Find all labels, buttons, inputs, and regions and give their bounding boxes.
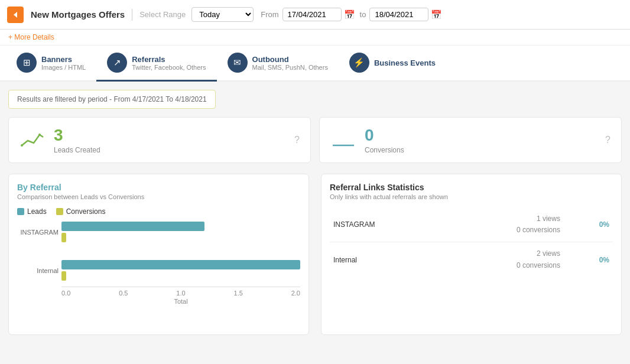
range-select[interactable]: Today Yesterday Last 7 days Custom [191, 7, 254, 22]
bottom-section: By Referral Comparison between Leads vs … [8, 174, 622, 335]
leads-label: Leads Created [54, 146, 100, 154]
referrals-icon: ↗ [107, 53, 127, 73]
bizevents-icon: ⚡ [349, 53, 369, 73]
calendar-from-icon[interactable]: 📅 [344, 9, 355, 20]
internal-name: Internal [330, 242, 444, 277]
instagram-conversions: 0 conversions [448, 225, 560, 236]
internal-stats: 2 views 0 conversions [444, 242, 564, 277]
bar-row-instagram: INSTAGRAM [61, 222, 300, 242]
chart-legend: Leads Conversions [17, 207, 300, 216]
x-axis-1: 1.0 [176, 290, 185, 297]
svg-point-2 [38, 134, 41, 136]
internal-conversions: 0 conversions [448, 260, 560, 271]
svg-point-1 [21, 144, 23, 147]
calendar-to-icon[interactable]: 📅 [431, 9, 442, 20]
conversions-legend-label: Conversions [66, 207, 106, 216]
bar-bars-internal [61, 260, 300, 281]
conversions-legend-dot [56, 208, 63, 215]
tab-referrals-text: Referrals Twitter, Facebook, Others [132, 55, 206, 71]
tab-bizevents-text: Business Events [374, 58, 436, 67]
internal-conversions-bar [61, 271, 66, 281]
tab-outbound[interactable]: ✉ Outbound Mail, SMS, PushN, Others [217, 46, 339, 82]
instagram-name: INSTAGRAM [330, 207, 444, 242]
header-bar: New Mortgages Offers Select Range Today … [0, 0, 630, 30]
to-label: to [360, 10, 366, 19]
internal-pct: 0% [564, 242, 613, 277]
referral-stats-subtitle: Only links with actual referrals are sho… [330, 193, 613, 200]
from-label: From [261, 10, 278, 19]
referral-stats-title: Referral Links Statistics [330, 183, 613, 192]
bar-label-instagram: INSTAGRAM [17, 229, 59, 236]
stat-conversions-left: 0 Conversions [330, 126, 404, 154]
instagram-leads-bar [61, 222, 204, 231]
tab-bizevents[interactable]: ⚡ Business Events [339, 46, 446, 82]
referral-stats-section: Referral Links Statistics Only links wit… [321, 174, 622, 335]
tab-referrals-sub: Twitter, Facebook, Others [132, 64, 206, 71]
chart-title-prefix: By [17, 183, 30, 192]
stat-leads-text: 3 Leads Created [54, 126, 100, 154]
x-axis-15: 1.5 [234, 290, 243, 297]
conversions-chart-icon [330, 129, 356, 152]
banners-icon: ⊞ [17, 53, 37, 73]
internal-views: 2 views [448, 248, 560, 259]
bar-label-internal: Internal [17, 267, 59, 274]
bar-row-internal: Internal [61, 260, 300, 281]
stat-cards: 3 Leads Created ? 0 Conversions ? [8, 117, 622, 163]
more-details-link[interactable]: + More Details [0, 30, 630, 46]
header-divider [132, 9, 132, 21]
stat-card-conversions: 0 Conversions ? [319, 117, 622, 163]
conversions-value: 0 [365, 126, 404, 145]
page-title: New Mortgages Offers [31, 9, 125, 20]
tab-referrals-label: Referrals [132, 55, 206, 64]
table-row-internal: Internal 2 views 0 conversions 0% [330, 242, 613, 277]
table-row-instagram: INSTAGRAM 1 views 0 conversions 0% [330, 207, 613, 242]
outbound-icon: ✉ [228, 53, 248, 73]
tab-banners-text: Banners Images / HTML [41, 55, 86, 71]
content-area: Results are filtered by period - From 4/… [0, 82, 630, 343]
stat-conversions-text: 0 Conversions [365, 126, 404, 154]
date-from-input[interactable] [282, 8, 342, 21]
tab-outbound-text: Outbound Mail, SMS, PushN, Others [252, 55, 328, 71]
chart-subtitle: Comparison between Leads vs Conversions [17, 193, 300, 200]
instagram-conversions-bar [61, 233, 66, 242]
stat-card-leads: 3 Leads Created ? [8, 117, 311, 163]
x-axis-label: Total [61, 298, 300, 305]
instagram-pct: 0% [564, 207, 613, 242]
x-axis-2: 2.0 [291, 290, 300, 297]
leads-legend-label: Leads [27, 207, 47, 216]
internal-leads-bar [61, 260, 300, 269]
instagram-views: 1 views [448, 213, 560, 225]
conversions-help-icon[interactable]: ? [605, 135, 610, 145]
x-axis: 0.0 0.5 1.0 1.5 2.0 [61, 287, 300, 297]
legend-conversions: Conversions [56, 207, 106, 216]
chart-title-highlight: Referral [30, 183, 61, 192]
leads-chart-icon [20, 129, 46, 152]
conversions-label: Conversions [365, 146, 404, 154]
svg-marker-0 [14, 12, 17, 18]
tab-outbound-label: Outbound [252, 55, 328, 64]
sidebar-toggle-button[interactable] [7, 6, 24, 23]
legend-leads: Leads [17, 207, 47, 216]
tab-banners-sub: Images / HTML [41, 64, 86, 71]
filter-notice: Results are filtered by period - From 4/… [8, 90, 216, 109]
tab-referrals[interactable]: ↗ Referrals Twitter, Facebook, Others [96, 46, 216, 82]
tabs-bar: ⊞ Banners Images / HTML ↗ Referrals Twit… [0, 46, 630, 82]
referral-stats-table: INSTAGRAM 1 views 0 conversions 0% Inter… [330, 207, 613, 277]
chart-section: By Referral Comparison between Leads vs … [8, 174, 309, 335]
date-to-input[interactable] [369, 8, 428, 21]
x-axis-0: 0.0 [61, 290, 70, 297]
tab-bizevents-label: Business Events [374, 58, 436, 67]
tab-outbound-sub: Mail, SMS, PushN, Others [252, 64, 328, 71]
instagram-stats: 1 views 0 conversions [444, 207, 564, 242]
leads-help-icon[interactable]: ? [294, 135, 300, 145]
leads-legend-dot [17, 208, 24, 215]
select-range-label: Select Range [139, 10, 186, 19]
leads-value: 3 [54, 126, 100, 145]
tab-banners[interactable]: ⊞ Banners Images / HTML [6, 46, 96, 82]
bar-bars-instagram [61, 222, 300, 242]
x-axis-05: 0.5 [119, 290, 128, 297]
bar-chart: INSTAGRAM Internal 0.0 [17, 222, 300, 326]
chart-title: By Referral [17, 183, 300, 192]
tab-banners-label: Banners [41, 55, 86, 64]
stat-leads-left: 3 Leads Created [20, 126, 100, 154]
